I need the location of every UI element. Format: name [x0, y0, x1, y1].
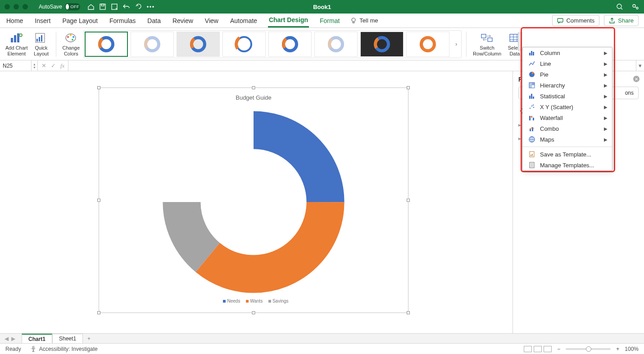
svg-rect-1 [101, 4, 104, 6]
chart-style-1[interactable] [85, 32, 128, 57]
save-icon[interactable] [99, 3, 106, 10]
page-break-view-button[interactable] [544, 346, 552, 352]
close-window-button[interactable] [5, 4, 10, 9]
quick-layout-button[interactable]: Quick Layout [32, 31, 51, 57]
svg-rect-37 [531, 51, 532, 55]
fx-icon[interactable]: fx [60, 62, 64, 69]
search-icon[interactable] [616, 3, 623, 10]
chart-style-8[interactable] [406, 32, 449, 57]
svg-rect-10 [558, 18, 563, 22]
menu-item-combo[interactable]: Combo▶ [523, 123, 612, 134]
chart-style-2[interactable] [131, 32, 174, 57]
resize-handle[interactable] [407, 86, 410, 89]
tab-review[interactable]: Review [172, 14, 194, 27]
minimize-window-button[interactable] [14, 4, 19, 9]
account-icon[interactable] [631, 3, 639, 10]
page-layout-view-button[interactable] [534, 346, 542, 352]
resize-handle[interactable] [407, 311, 410, 314]
pane-tab-text-options[interactable]: ons [621, 87, 638, 99]
resize-handle[interactable] [252, 86, 255, 89]
svg-point-4 [150, 6, 151, 8]
chart-style-6[interactable] [314, 32, 358, 57]
chart-style-4[interactable] [222, 32, 266, 57]
zoom-slider[interactable] [566, 348, 611, 350]
confirm-formula-icon[interactable]: ✓ [51, 62, 56, 69]
chart-style-5[interactable] [268, 32, 312, 57]
menu-item-statistical[interactable]: Statistical▶ [523, 91, 612, 101]
svg-rect-36 [529, 53, 531, 55]
add-sheet-button[interactable]: + [83, 334, 95, 343]
resize-handle[interactable] [407, 199, 410, 202]
chart-legend[interactable]: Needs Wants Savings [99, 299, 408, 303]
tab-data[interactable]: Data [146, 14, 162, 27]
maximize-window-button[interactable] [23, 4, 28, 9]
chart-style-3[interactable] [177, 32, 220, 57]
svg-rect-58 [532, 154, 533, 156]
tab-chart-design[interactable]: Chart Design [268, 14, 309, 28]
normal-view-button[interactable] [524, 346, 532, 352]
quick-layout-icon [33, 32, 50, 44]
separator [56, 32, 56, 57]
sheet-tab-sheet1[interactable]: Sheet1 [52, 334, 83, 343]
save-new-icon[interactable] [111, 3, 118, 10]
menu-item-column[interactable]: Column▶ [523, 47, 612, 58]
tab-insert[interactable]: Insert [34, 14, 51, 27]
zoom-knob[interactable] [586, 346, 591, 352]
gallery-more-button[interactable]: › [452, 32, 460, 57]
menu-item-hierarchy[interactable]: Hierarchy▶ [523, 80, 612, 91]
name-box-steppers[interactable]: ▲▼ [32, 60, 38, 71]
svg-rect-17 [39, 37, 40, 41]
tab-view[interactable]: View [204, 14, 219, 27]
autosave-toggle[interactable]: OFF [65, 3, 80, 10]
formula-bar-expand[interactable]: ▾ [636, 60, 644, 71]
accessibility-status[interactable]: Accessibility: Investigate [30, 346, 98, 352]
submenu-arrow-icon: ▶ [604, 94, 608, 99]
donut-chart[interactable] [159, 107, 348, 297]
resize-handle[interactable] [252, 311, 255, 314]
name-box[interactable]: N25 [0, 60, 32, 71]
switch-row-column-button[interactable]: Switch Row/Column [471, 31, 503, 57]
change-colors-button[interactable]: Change Colors [61, 31, 82, 57]
toggle-knob [66, 4, 69, 9]
chart-style-7[interactable] [360, 32, 404, 57]
comments-button[interactable]: Comments [552, 15, 599, 26]
add-chart-element-button[interactable]: Add Chart Element [4, 31, 30, 57]
chart-title[interactable]: Budget Guide [99, 88, 408, 101]
menu-item-maps[interactable]: Maps▶ [523, 134, 612, 145]
close-pane-icon[interactable]: ✕ [633, 76, 639, 82]
svg-point-48 [533, 107, 534, 108]
tab-format[interactable]: Format [319, 14, 340, 27]
cancel-formula-icon[interactable]: ✕ [41, 62, 46, 69]
zoom-in-button[interactable]: + [616, 346, 619, 352]
tab-formulas[interactable]: Formulas [109, 14, 136, 27]
share-button[interactable]: Share [604, 15, 639, 26]
menu-separator [523, 147, 612, 147]
tab-page-layout[interactable]: Page Layout [61, 14, 99, 27]
redo-icon[interactable] [135, 3, 142, 10]
more-icon[interactable] [147, 6, 154, 8]
tab-home[interactable]: Home [5, 14, 24, 27]
chart-object[interactable]: Budget Guide Needs Wants Savings [99, 87, 408, 313]
svg-point-46 [530, 108, 531, 109]
add-chart-element-label: Add Chart Element [5, 45, 28, 56]
tab-automate[interactable]: Automate [229, 14, 258, 27]
tell-me[interactable]: Tell me [350, 17, 378, 24]
zoom-level[interactable]: 100% [625, 346, 639, 352]
sheet-nav-prev[interactable]: ◀ [5, 336, 9, 342]
resize-handle[interactable] [97, 86, 100, 89]
undo-icon[interactable] [122, 3, 131, 10]
menu-item-scatter[interactable]: X Y (Scatter)▶ [523, 101, 612, 112]
resize-handle[interactable] [97, 311, 100, 314]
resize-handle[interactable] [97, 199, 100, 202]
menu-item-pie[interactable]: Pie▶ [523, 69, 612, 80]
menu-item-manage-templates[interactable]: Manage Templates... [523, 160, 612, 170]
sheet-nav-next[interactable]: ▶ [11, 336, 15, 342]
svg-rect-16 [36, 39, 38, 41]
menu-item-save-template[interactable]: Save as Template... [523, 149, 612, 160]
zoom-out-button[interactable]: − [557, 346, 560, 352]
menu-item-waterfall[interactable]: Waterfall▶ [523, 112, 612, 123]
home-icon[interactable] [87, 3, 95, 10]
menu-item-line[interactable]: Line▶ [523, 58, 612, 69]
sheet-tab-chart1[interactable]: Chart1 [22, 334, 52, 344]
view-switcher [524, 346, 552, 352]
